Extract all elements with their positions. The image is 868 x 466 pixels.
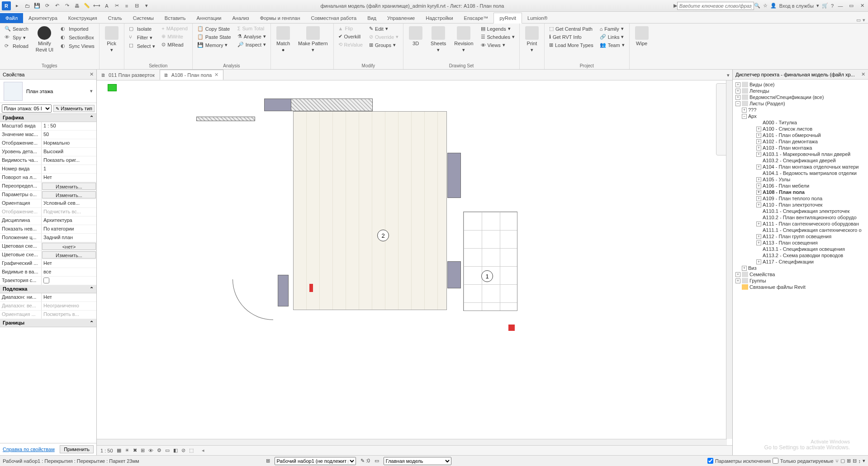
sheet-item[interactable]: +A117 - Спецификации [734, 259, 867, 265]
close-hidden-icon[interactable]: ⊟ [132, 1, 141, 10]
sheet-item[interactable]: A110.1 - Спецификация электроточек [734, 208, 867, 214]
binoculars-icon[interactable]: 🔍 [754, 3, 760, 9]
editable-check[interactable] [773, 458, 778, 464]
room-tag-1[interactable]: 1 [481, 270, 493, 282]
analyse-button[interactable]: ⚗ Analyse ▾ [237, 33, 267, 40]
filter-icon[interactable]: ⑂ [835, 458, 839, 464]
sectionbox-toggle[interactable]: ◐SectionBox [60, 34, 95, 41]
revision-button[interactable]: Revision▾ [452, 25, 475, 62]
revalue-button[interactable]: ⟲ ReValue [337, 41, 364, 48]
doc-tab-close-icon[interactable]: ✕ [214, 72, 218, 78]
sheet-item[interactable]: A000 - Титулка [734, 119, 867, 126]
tab-manage[interactable]: Управление [382, 13, 420, 23]
vc-icon[interactable]: ▦ [117, 447, 121, 453]
sheet-item[interactable]: +A105 - Узлы [734, 176, 867, 183]
print-icon[interactable]: 🖶 [72, 1, 81, 10]
3d-button[interactable]: 3D [407, 25, 424, 62]
property-row[interactable]: Цветовые схе...Изменить... [0, 251, 96, 259]
minify-button[interactable]: MinifyRevit UI [34, 25, 55, 62]
sheet-item[interactable]: +A112 - План групп освещения [734, 233, 867, 240]
property-row[interactable]: Масштаб вида1 : 50 [0, 122, 96, 131]
type-dd-icon[interactable]: ▾ [90, 88, 93, 94]
cat-underlay[interactable]: Подложка⌃ [0, 285, 96, 293]
tab-collab[interactable]: Совместная работа [305, 13, 362, 23]
sheet-item[interactable]: A113.1 - Спецификация освещения [734, 246, 867, 252]
undo-icon[interactable]: ↶ [52, 1, 62, 10]
properties-help-link[interactable]: Справка по свойствам [3, 447, 55, 452]
reload-button[interactable]: ⟳Reload [4, 42, 29, 50]
property-row[interactable]: ОриентацияУсловный сев... [0, 199, 96, 208]
pastestate-button[interactable]: 📋 Paste State [196, 33, 232, 40]
doc-tab-1[interactable]: 🗎 011 План разверток [97, 70, 160, 80]
print-button[interactable]: Print▾ [523, 25, 541, 67]
properties-grid[interactable]: Графика⌃ Масштаб вида1 : 50Значение мас.… [0, 114, 96, 443]
sb-icon2[interactable]: ⊞ [847, 458, 851, 464]
syncviews-toggle[interactable]: ◐Sync Views [60, 42, 95, 50]
override-button[interactable]: ⊘ Override ▾ [368, 33, 399, 40]
sheet-item[interactable]: +A103 - План монтажа [734, 145, 867, 151]
vertical-scrollbar[interactable] [726, 80, 732, 439]
switch-icon[interactable]: ▾ [142, 1, 151, 10]
drawing-canvas[interactable]: /*placeholder*/ 2 1 [97, 80, 732, 445]
model-icon[interactable]: ▭ [375, 458, 379, 464]
workset-icon[interactable]: ⊞ [266, 458, 270, 464]
sheet-item[interactable]: +A109 - План теплого пола [734, 195, 867, 202]
mread-button[interactable]: ⊙ MRead [161, 41, 189, 48]
help-icon[interactable]: ? [831, 3, 834, 9]
sheet-item[interactable]: +A101 - План обмерочный [734, 132, 867, 138]
workset-selector[interactable]: Рабочий набор1 (не подлежит р [275, 457, 356, 465]
team-button[interactable]: 👥 Team ▾ [599, 42, 626, 48]
tab-analyze[interactable]: Анализ [227, 13, 254, 23]
sheet-item[interactable]: +A106 - План мебели [734, 183, 867, 189]
property-row[interactable]: Траектория с... [0, 277, 96, 285]
sync-icon[interactable]: ⟳ [43, 1, 52, 10]
property-row[interactable]: Ориентация ...Посмотреть в... [0, 311, 96, 319]
tab-pyrevit[interactable]: pyRevit [493, 13, 522, 24]
save-icon[interactable]: 💾 [33, 1, 42, 10]
vc-icon4[interactable]: ⊞ [141, 447, 145, 453]
sheet-item[interactable]: +A111 - План сантехнического оборудован [734, 221, 867, 227]
expand-icon[interactable]: + [735, 82, 740, 87]
login-dd-icon[interactable]: ▾ [816, 3, 819, 9]
vc-icon8[interactable]: ◧ [173, 447, 178, 453]
sheets-button[interactable]: Sheets▾ [429, 25, 448, 62]
tab-insert[interactable]: Вставить [159, 13, 191, 23]
property-row[interactable]: Уровень дета...Высокий [0, 148, 96, 156]
tab-view[interactable]: Вид [362, 13, 382, 23]
doc-tabs-menu-icon[interactable]: ▾ [724, 71, 732, 80]
property-row[interactable]: Положение ц...Задний план [0, 234, 96, 242]
text-icon[interactable]: A [102, 1, 111, 10]
maximize-button[interactable]: ▭ [847, 3, 855, 9]
property-row[interactable]: Диапазон: ни...Нет [0, 293, 96, 302]
cart-icon[interactable]: 🛒 [822, 3, 828, 9]
property-row[interactable]: Значение мас...50 [0, 131, 96, 139]
vc-icon5[interactable]: 👁 [148, 448, 153, 453]
family-button[interactable]: ⌂ Family ▾ [599, 25, 626, 32]
vc-icon2[interactable]: ☀ [125, 447, 129, 453]
sheet-item[interactable]: A113.2 - Схема разводки проводов [734, 252, 867, 259]
room-tag-2[interactable]: 2 [377, 230, 389, 241]
sheet-item[interactable]: +A102 - План демонтажа [734, 138, 867, 145]
sheet-item[interactable]: +A104 - План монтажа отделочных матери [734, 164, 867, 170]
redo-icon[interactable]: ↷ [62, 1, 71, 10]
getrvtinfo-button[interactable]: ℹ Get RVT Info [548, 33, 594, 40]
view-scale[interactable]: 1 : 50 [100, 448, 113, 453]
horizontal-scrollbar[interactable] [97, 439, 727, 445]
measure-icon[interactable]: 📏 [82, 1, 91, 10]
isolate-button[interactable]: ▢Isolate [128, 25, 157, 33]
filter-button[interactable]: ⑂Filter ▾ [128, 34, 157, 41]
sheet-item[interactable]: A104.1 - Ведомость маетриалов отделки [734, 170, 867, 176]
properties-close-icon[interactable]: ✕ [90, 71, 94, 77]
property-row[interactable]: Отображение...Нормально [0, 139, 96, 148]
pick-button[interactable]: Pick▾ [103, 25, 120, 67]
apply-button[interactable]: Применить [60, 445, 94, 453]
imported-toggle[interactable]: ◐Imported [60, 25, 95, 33]
instance-selector[interactable]: План этажа: 05 I [2, 104, 52, 113]
vc-icon9[interactable]: ⊘ [181, 447, 185, 453]
property-row[interactable]: Переопредел...Изменить... [0, 182, 96, 191]
doc-tab-2[interactable]: 🗎 A108 - План пола ✕ [160, 70, 223, 80]
open-icon[interactable]: ▸ [13, 1, 22, 10]
cat-bounds[interactable]: Границы⌃ [0, 319, 96, 327]
ribbon-dd-icon[interactable]: ▾ [863, 17, 865, 23]
legends-button[interactable]: ▤ Legends ▾ [480, 25, 516, 32]
